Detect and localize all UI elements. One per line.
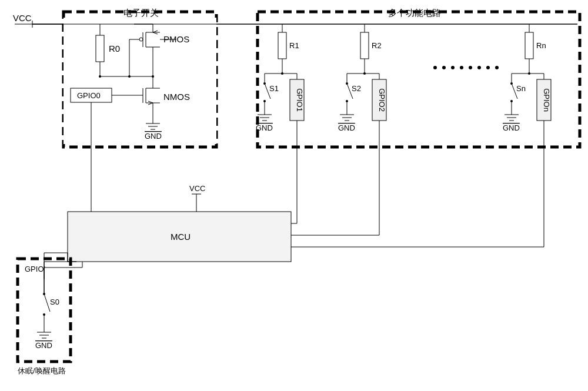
svg-point-149 <box>451 66 455 69</box>
mcu-vcc-label: VCC <box>189 184 205 193</box>
svg-rect-82 <box>278 32 286 59</box>
electronic-switch-title: 电子开关 <box>123 8 159 18</box>
svg-text:S2: S2 <box>352 84 361 93</box>
svg-point-154 <box>495 66 499 69</box>
sleep-wake-title: 休眠/唤醒电路 <box>18 366 66 375</box>
svg-point-148 <box>442 66 446 69</box>
gpio0-label: GPIO0 <box>77 91 101 100</box>
nmos-label: NMOS <box>163 92 190 102</box>
svg-line-176 <box>44 294 50 312</box>
gpio-prime-label: GPIO' <box>25 265 45 273</box>
svg-text:GND: GND <box>256 123 273 132</box>
svg-rect-104 <box>360 32 369 59</box>
svg-text:R1: R1 <box>289 41 299 50</box>
mcu-label: MCU <box>171 232 191 242</box>
svg-point-62 <box>99 75 101 78</box>
svg-point-152 <box>477 66 481 69</box>
svg-text:GPIOn: GPIOn <box>542 88 551 112</box>
gnd-switch-label: GND <box>145 132 162 141</box>
svg-text:Rn: Rn <box>536 41 546 50</box>
functional-unit-n: RnSnGNDGPIOn <box>503 24 551 177</box>
s0-label: S0 <box>50 298 59 306</box>
svg-rect-44 <box>64 18 216 144</box>
svg-text:S1: S1 <box>269 84 279 93</box>
vcc-label: VCC <box>13 13 32 23</box>
switch-s0 <box>43 293 50 332</box>
svg-text:GND: GND <box>503 123 520 132</box>
svg-text:GPIO1: GPIO1 <box>295 88 304 112</box>
svg-point-150 <box>460 66 463 69</box>
svg-point-147 <box>433 66 437 69</box>
functional-unit-2: R2S2GNDGPIO2 <box>338 24 386 166</box>
svg-point-151 <box>469 66 472 69</box>
functional-circuits-title: 多个功能电路 <box>388 8 441 18</box>
svg-text:Sn: Sn <box>516 84 526 93</box>
svg-point-153 <box>486 66 490 69</box>
svg-text:GPIO2: GPIO2 <box>377 88 386 112</box>
gnd-wake <box>37 332 51 338</box>
gnd-wake-label: GND <box>35 341 52 350</box>
ellipsis-dots <box>433 66 499 69</box>
functional-unit-1: R1S1GNDGPIO1 <box>256 24 304 156</box>
svg-text:R2: R2 <box>372 41 382 50</box>
svg-text:GND: GND <box>338 123 355 132</box>
svg-rect-126 <box>525 32 533 59</box>
r0-label: R0 <box>109 44 120 54</box>
